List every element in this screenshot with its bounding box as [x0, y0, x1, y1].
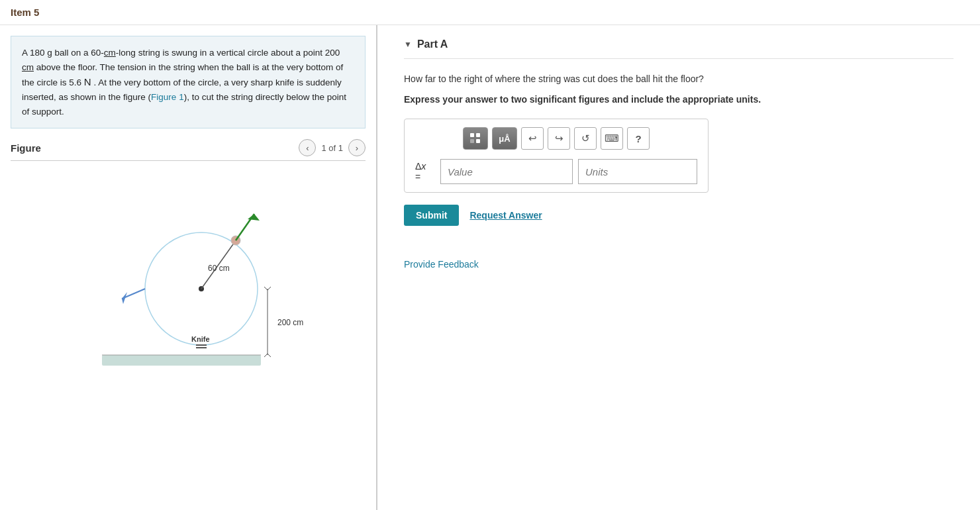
delta-label: Δx =	[415, 161, 432, 182]
format-button[interactable]: μÅ	[492, 127, 517, 150]
right-panel: ▼ Part A How far to the right of where t…	[377, 25, 980, 510]
unit-cm-2: cm	[22, 62, 34, 72]
svg-text:60 cm: 60 cm	[208, 264, 230, 273]
svg-text:Knife: Knife	[191, 335, 210, 343]
problem-box: A 180 g ball on a 60-cm-long string is s…	[11, 36, 366, 128]
svg-text:200 cm: 200 cm	[277, 318, 303, 327]
item-header: Item 5	[0, 0, 980, 25]
svg-rect-23	[476, 139, 480, 143]
figure-next-button[interactable]: ›	[348, 139, 366, 156]
left-panel: A 180 g ball on a 60-cm-long string is s…	[0, 25, 377, 510]
instruction-text: Express your answer to two significant f…	[404, 93, 954, 107]
main-content: A 180 g ball on a 60-cm-long string is s…	[0, 25, 980, 510]
redo-icon: ↪	[555, 132, 564, 144]
provide-feedback-link[interactable]: Provide Feedback	[404, 259, 479, 270]
problem-text: A 180 g ball on a 60-cm-long string is s…	[22, 48, 346, 117]
matrix-button[interactable]	[463, 127, 488, 150]
request-answer-link[interactable]: Request Answer	[469, 210, 542, 221]
svg-rect-22	[470, 139, 474, 143]
page-container: Item 5 A 180 g ball on a 60-cm-long stri…	[0, 0, 980, 510]
submit-button[interactable]: Submit	[404, 205, 459, 226]
svg-line-3	[264, 354, 268, 357]
svg-line-4	[268, 354, 271, 357]
figure-prev-button[interactable]: ‹	[299, 139, 316, 156]
redo-button[interactable]: ↪	[548, 127, 570, 150]
help-icon: ?	[635, 133, 641, 144]
answer-box: μÅ ↩ ↪ ↺ ⌨ ?	[404, 119, 709, 193]
item-label: Item 5	[11, 7, 39, 18]
svg-rect-0	[102, 355, 261, 366]
action-row: Submit Request Answer	[404, 205, 954, 226]
keyboard-icon: ⌨	[605, 132, 619, 144]
svg-marker-16	[122, 292, 127, 304]
value-input[interactable]	[440, 159, 573, 184]
answer-toolbar: μÅ ↩ ↪ ↺ ⌨ ?	[415, 127, 697, 150]
part-a-title: Part A	[417, 38, 448, 50]
figure-section: Figure ‹ 1 of 1 ›	[0, 139, 376, 378]
figure-page-indicator: 1 of 1	[321, 143, 343, 153]
svg-rect-21	[476, 133, 480, 137]
help-button[interactable]: ?	[627, 127, 650, 150]
keyboard-button[interactable]: ⌨	[601, 127, 623, 150]
refresh-icon: ↺	[581, 132, 590, 144]
figure-header: Figure ‹ 1 of 1 ›	[11, 139, 366, 161]
figure-title: Figure	[11, 142, 41, 154]
undo-icon: ↩	[528, 132, 537, 144]
format-button-label: μÅ	[499, 134, 510, 144]
input-row: Δx =	[415, 159, 697, 184]
figure-link[interactable]: Figure 1	[151, 92, 184, 102]
svg-line-6	[268, 287, 271, 290]
figure-drawing: 200 cm 60 cm	[49, 166, 327, 378]
svg-line-5	[264, 287, 268, 290]
question-text: How far to the right of where the string…	[404, 72, 954, 86]
undo-button[interactable]: ↩	[521, 127, 544, 150]
figure-nav: ‹ 1 of 1 ›	[299, 139, 366, 156]
tension-unit: N	[84, 76, 91, 87]
units-input[interactable]	[578, 159, 697, 184]
refresh-button[interactable]: ↺	[574, 127, 597, 150]
unit-cm-1: cm	[104, 48, 116, 58]
svg-rect-20	[470, 133, 474, 137]
part-a-header: ▼ Part A	[404, 38, 954, 59]
collapse-icon[interactable]: ▼	[404, 40, 412, 49]
